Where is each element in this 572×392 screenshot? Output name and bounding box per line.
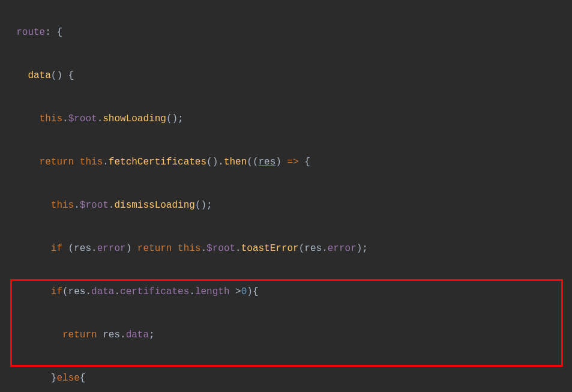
code-line[interactable]: route: {	[0, 22, 572, 43]
code-line[interactable]: data() {	[0, 65, 572, 86]
code-line[interactable]: return res.data;	[0, 324, 572, 346]
code-line[interactable]: }else{	[0, 367, 572, 389]
method: data	[28, 70, 50, 81]
punct: () {	[51, 70, 74, 81]
keyword: this	[40, 113, 62, 124]
code-line[interactable]: if (res.error) return this.$root.toastEr…	[0, 238, 572, 259]
code-line[interactable]: this.$root.dismissLoading();	[0, 194, 572, 216]
param: res	[259, 157, 276, 167]
code-line[interactable]: this.$root.showLoading();	[0, 108, 572, 130]
code-editor[interactable]: route: { data() { this.$root.showLoading…	[0, 0, 572, 392]
code-line[interactable]: return this.fetchCertificates().then((re…	[0, 151, 572, 173]
property: route	[16, 27, 45, 38]
punct: : {	[45, 27, 62, 38]
code-line[interactable]: if(res.data.certificates.length >0){	[0, 281, 572, 303]
